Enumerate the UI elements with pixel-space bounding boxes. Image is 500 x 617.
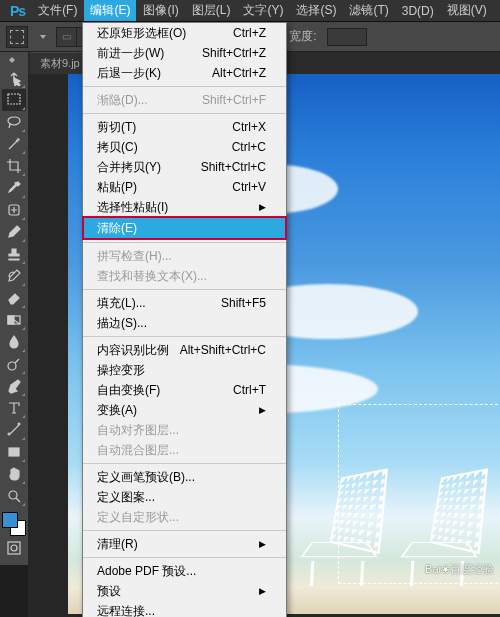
svg-rect-5 xyxy=(9,448,19,456)
menu-file[interactable]: 文件(F) xyxy=(32,0,83,21)
edit-menu-dropdown: 还原矩形选框(O)Ctrl+Z前进一步(W)Shift+Ctrl+Z后退一步(K… xyxy=(82,22,287,617)
menu-item[interactable]: 清理(R)▶ xyxy=(83,534,286,554)
svg-rect-7 xyxy=(8,542,20,554)
tool-brush[interactable] xyxy=(2,221,26,243)
tool-pen[interactable] xyxy=(2,375,26,397)
menu-image[interactable]: 图像(I) xyxy=(137,0,184,21)
menu-item[interactable]: 粘贴(P)Ctrl+V xyxy=(83,177,286,197)
svg-point-8 xyxy=(11,545,17,551)
menu-item-shortcut: Alt+Ctrl+Z xyxy=(212,66,266,80)
menu-item[interactable]: Adobe PDF 预设... xyxy=(83,561,286,581)
mode-new-icon[interactable]: ▭ xyxy=(57,28,77,46)
menu-item-shortcut: Alt+Shift+Ctrl+C xyxy=(180,343,266,357)
menu-select[interactable]: 选择(S) xyxy=(290,0,342,21)
menu-item[interactable]: 清除(E) xyxy=(83,217,286,239)
menu-item-shortcut: Ctrl+V xyxy=(232,180,266,194)
tool-lasso[interactable] xyxy=(2,111,26,133)
menu-filter[interactable]: 滤镜(T) xyxy=(343,0,394,21)
svg-rect-0 xyxy=(8,94,20,104)
menu-item-shortcut: Shift+Ctrl+C xyxy=(201,160,266,174)
tool-history[interactable] xyxy=(2,265,26,287)
marquee-selection[interactable] xyxy=(338,404,500,584)
tool-eyedropper[interactable] xyxy=(2,177,26,199)
tool-zoom[interactable] xyxy=(2,485,26,507)
menu-item-label: 渐隐(D)... xyxy=(97,92,148,109)
menu-item[interactable]: 远程连接... xyxy=(83,601,286,617)
menu-item[interactable]: 定义画笔预设(B)... xyxy=(83,467,286,487)
menu-item-label: 剪切(T) xyxy=(97,119,136,136)
menu-item[interactable]: 剪切(T)Ctrl+X xyxy=(83,117,286,137)
tool-move[interactable] xyxy=(2,67,26,89)
menu-type[interactable]: 文字(Y) xyxy=(237,0,289,21)
width-input[interactable] xyxy=(327,28,367,46)
menu-item[interactable]: 后退一步(K)Alt+Ctrl+Z xyxy=(83,63,286,83)
menu-item-shortcut: Shift+Ctrl+Z xyxy=(202,46,266,60)
menu-view[interactable]: 视图(V) xyxy=(441,0,493,21)
foreground-color[interactable] xyxy=(2,512,18,528)
tool-wand[interactable] xyxy=(2,133,26,155)
menu-item-label: Adobe PDF 预设... xyxy=(97,563,196,580)
chevron-down-icon[interactable] xyxy=(40,35,46,39)
menu-item: 定义自定形状... xyxy=(83,507,286,527)
menu-item[interactable]: 预设▶ xyxy=(83,581,286,601)
menu-item[interactable]: 填充(L)...Shift+F5 xyxy=(83,293,286,313)
menu-item[interactable]: 描边(S)... xyxy=(83,313,286,333)
tool-preset-icon[interactable] xyxy=(6,26,28,48)
width-label: 宽度: xyxy=(289,28,316,45)
menu-item-shortcut: Ctrl+T xyxy=(233,383,266,397)
app-logo: Ps xyxy=(4,3,31,19)
menu-item[interactable]: 选择性粘贴(I)▶ xyxy=(83,197,286,217)
menu-item-label: 变换(A) xyxy=(97,402,137,419)
menu-item-label: 清除(E) xyxy=(97,220,137,237)
menu-item-label: 还原矩形选框(O) xyxy=(97,25,186,42)
menu-item[interactable]: 变换(A)▶ xyxy=(83,400,286,420)
menu-item[interactable]: 合并拷贝(Y)Shift+Ctrl+C xyxy=(83,157,286,177)
menu-item[interactable]: 操控变形 xyxy=(83,360,286,380)
menu-item: 查找和替换文本(X)... xyxy=(83,266,286,286)
color-swatches[interactable] xyxy=(2,512,26,536)
panel-collapse-icon[interactable] xyxy=(9,57,19,63)
tool-blur[interactable] xyxy=(2,331,26,353)
menu-item-shortcut: Shift+Ctrl+F xyxy=(202,93,266,107)
menu-item-label: 操控变形 xyxy=(97,362,145,379)
menu-window[interactable]: 窗口(W) xyxy=(494,0,500,21)
menu-item[interactable]: 拷贝(C)Ctrl+C xyxy=(83,137,286,157)
menu-item-label: 合并拷贝(Y) xyxy=(97,159,161,176)
menu-item-shortcut: Ctrl+C xyxy=(232,140,266,154)
menu-item: 自动混合图层... xyxy=(83,440,286,460)
menu-edit[interactable]: 编辑(E) xyxy=(84,0,136,21)
svg-point-4 xyxy=(8,362,16,370)
menu-item: 渐隐(D)...Shift+Ctrl+F xyxy=(83,90,286,110)
menu-item-label: 自由变换(F) xyxy=(97,382,160,399)
tool-gradient[interactable] xyxy=(2,309,26,331)
menu-item-label: 选择性粘贴(I) xyxy=(97,199,168,216)
document-tab[interactable]: 素材9.jp xyxy=(30,52,90,74)
tool-rect[interactable] xyxy=(2,441,26,463)
menu-item[interactable]: 内容识别比例Alt+Shift+Ctrl+C xyxy=(83,340,286,360)
menu-item-label: 自动混合图层... xyxy=(97,442,179,459)
tool-heal[interactable] xyxy=(2,199,26,221)
menu-item[interactable]: 还原矩形选框(O)Ctrl+Z xyxy=(83,23,286,43)
menu-item[interactable]: 前进一步(W)Shift+Ctrl+Z xyxy=(83,43,286,63)
menu-item[interactable]: 自由变换(F)Ctrl+T xyxy=(83,380,286,400)
tool-type[interactable] xyxy=(2,397,26,419)
tool-marquee[interactable] xyxy=(2,89,26,111)
menu-item-label: 拷贝(C) xyxy=(97,139,138,156)
tool-path[interactable] xyxy=(2,419,26,441)
submenu-arrow-icon: ▶ xyxy=(259,586,266,596)
menu-item-label: 描边(S)... xyxy=(97,315,147,332)
menu-item-shortcut: Shift+F5 xyxy=(221,296,266,310)
svg-rect-3 xyxy=(8,316,14,324)
menu-item-label: 后退一步(K) xyxy=(97,65,161,82)
tool-hand[interactable] xyxy=(2,463,26,485)
tool-crop[interactable] xyxy=(2,155,26,177)
tool-stamp[interactable] xyxy=(2,243,26,265)
tool-dodge[interactable] xyxy=(2,353,26,375)
tool-eraser[interactable] xyxy=(2,287,26,309)
menu-item-label: 查找和替换文本(X)... xyxy=(97,268,207,285)
menu-3d[interactable]: 3D(D) xyxy=(396,2,440,20)
quickmask-toggle[interactable] xyxy=(2,537,26,559)
menu-layer[interactable]: 图层(L) xyxy=(186,0,237,21)
menu-item[interactable]: 定义图案... xyxy=(83,487,286,507)
menu-item-label: 远程连接... xyxy=(97,603,155,618)
